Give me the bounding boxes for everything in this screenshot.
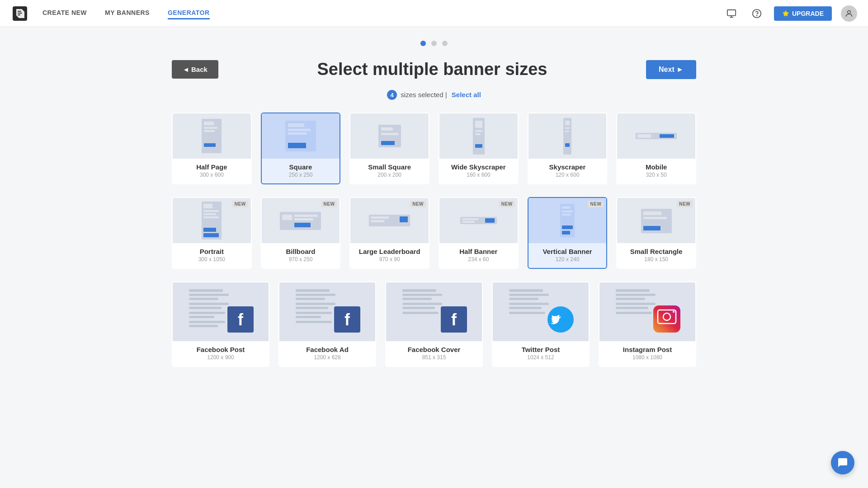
banner-card-portrait[interactable]: NEW Portrait 300 x 1050 — [172, 197, 252, 269]
upgrade-button[interactable]: UPGRADE — [774, 6, 832, 21]
svg-rect-60 — [562, 211, 573, 212]
svg-rect-73 — [189, 307, 222, 309]
banner-preview-half-page — [173, 113, 251, 159]
social-card-facebook-post[interactable]: f Facebook Post 1200 x 900 — [172, 282, 269, 367]
banner-preview-skyscraper — [528, 113, 607, 159]
svg-rect-55 — [462, 218, 478, 220]
svg-rect-94 — [402, 298, 432, 300]
next-button[interactable]: Next ► — [646, 60, 696, 79]
svg-rect-101 — [509, 289, 543, 292]
svg-rect-51 — [371, 216, 389, 219]
nav-links: CREATE NEW MY BANNERS GENERATOR — [42, 7, 210, 19]
svg-rect-92 — [402, 289, 436, 292]
banner-name-billboard: Billboard — [286, 248, 315, 255]
user-avatar[interactable] — [841, 5, 857, 22]
svg-rect-14 — [204, 130, 215, 132]
banner-preview-vertical-banner: NEW — [528, 198, 607, 243]
banner-card-mobile[interactable]: Mobile 320 x 50 — [616, 113, 696, 184]
chat-bubble-button[interactable] — [831, 451, 854, 474]
help-icon[interactable] — [749, 5, 765, 22]
social-grid: f Facebook Post 1200 x 900 — [172, 282, 696, 367]
back-button[interactable]: ◄ Back — [172, 60, 218, 79]
banner-card-large-leaderboard[interactable]: NEW Large Leaderboard 970 x 90 — [349, 197, 429, 269]
progress-dot-3[interactable] — [442, 41, 448, 46]
social-name-facebook-cover: Facebook Cover — [408, 346, 461, 353]
svg-rect-44 — [203, 233, 219, 237]
nav-my-banners[interactable]: MY BANNERS — [105, 7, 150, 19]
social-size-facebook-cover: 851 x 315 — [422, 354, 446, 361]
social-name-instagram-post: Instagram Post — [623, 346, 672, 353]
svg-rect-39 — [203, 204, 212, 208]
svg-rect-82 — [296, 294, 335, 296]
banner-card-skyscraper[interactable]: Skyscraper 120 x 600 — [528, 113, 608, 184]
progress-dot-1[interactable] — [420, 41, 426, 46]
banner-size-billboard: 970 x 250 — [289, 256, 313, 263]
svg-rect-4 — [727, 9, 736, 15]
social-size-facebook-ad: 1200 x 628 — [314, 354, 340, 361]
svg-rect-18 — [288, 129, 311, 131]
nav-generator[interactable]: GENERATOR — [168, 7, 210, 19]
logo[interactable] — [11, 5, 29, 23]
svg-rect-1 — [18, 11, 21, 12]
svg-rect-77 — [189, 325, 218, 327]
banner-name-half-banner: Half Banner — [459, 248, 497, 255]
banner-card-wide-skyscraper[interactable]: Wide Skyscraper 160 x 600 — [439, 113, 519, 184]
svg-rect-57 — [485, 218, 495, 223]
main-content: ◄ Back Select multiple banner sizes Next… — [163, 27, 705, 380]
banner-card-half-page[interactable]: Half Page 300 x 600 — [172, 113, 252, 184]
banner-size-wide-skyscraper: 160 x 600 — [467, 172, 491, 178]
banner-card-square[interactable]: Square 250 x 250 — [261, 113, 341, 184]
svg-text:f: f — [238, 310, 244, 329]
banner-card-billboard[interactable]: NEW Billboard 970 x 250 — [261, 197, 341, 269]
svg-rect-83 — [296, 298, 325, 300]
svg-rect-112 — [616, 303, 656, 305]
selection-divider: | — [445, 91, 449, 99]
progress-dot-2[interactable] — [431, 41, 437, 46]
svg-rect-28 — [475, 133, 481, 135]
messages-icon[interactable] — [723, 5, 740, 22]
svg-rect-41 — [203, 213, 216, 215]
svg-rect-84 — [296, 303, 335, 305]
new-badge-portrait: NEW — [232, 201, 248, 207]
social-name-facebook-ad: Facebook Ad — [306, 346, 349, 353]
social-card-twitter-post[interactable]: Twitter Post 1024 x 512 — [492, 282, 590, 367]
svg-rect-110 — [616, 294, 656, 296]
social-card-instagram-post[interactable]: Instagram Post 1080 x 1080 — [599, 282, 696, 367]
banner-name-portrait: Portrait — [200, 248, 224, 255]
social-card-facebook-cover[interactable]: f Facebook Cover 851 x 315 — [385, 282, 483, 367]
svg-rect-61 — [562, 214, 571, 216]
svg-rect-56 — [462, 221, 475, 223]
svg-rect-96 — [402, 307, 435, 309]
svg-rect-52 — [371, 220, 384, 222]
banner-preview-large-leaderboard: NEW — [350, 198, 429, 243]
svg-rect-71 — [189, 298, 218, 300]
banner-card-small-rectangle[interactable]: NEW Small Rectangle 180 x 150 — [616, 197, 696, 269]
banner-name-skyscraper: Skyscraper — [549, 163, 586, 171]
nav-create-new[interactable]: CREATE NEW — [42, 7, 87, 19]
svg-rect-88 — [296, 321, 332, 323]
svg-rect-31 — [565, 121, 570, 125]
social-preview-instagram-post — [599, 282, 695, 341]
banner-size-portrait: 300 x 1050 — [198, 256, 225, 263]
svg-rect-12 — [204, 122, 214, 125]
svg-rect-93 — [402, 294, 442, 296]
svg-rect-46 — [282, 215, 292, 220]
svg-rect-20 — [288, 143, 306, 148]
svg-rect-69 — [189, 289, 223, 292]
progress-dots — [172, 41, 696, 46]
banner-card-half-banner[interactable]: NEW Half Banner 234 x 60 — [439, 197, 519, 269]
banner-name-wide-skyscraper: Wide Skyscraper — [451, 163, 506, 171]
banner-preview-billboard: NEW — [262, 198, 340, 243]
svg-rect-23 — [381, 133, 398, 135]
banner-card-vertical-banner[interactable]: NEW Vertical Banner 120 x 240 — [528, 197, 608, 269]
svg-rect-65 — [643, 211, 661, 215]
banner-preview-portrait: NEW — [173, 198, 251, 243]
banner-card-small-square[interactable]: Small Square 200 x 200 — [349, 113, 429, 184]
banner-preview-small-square — [350, 113, 429, 159]
svg-rect-32 — [565, 127, 570, 129]
svg-point-8 — [757, 15, 757, 16]
select-all-link[interactable]: Select all — [452, 91, 481, 99]
page-title: Select multiple banner sizes — [317, 60, 547, 79]
new-badge-large-leaderboard: NEW — [410, 201, 426, 207]
social-card-facebook-ad[interactable]: f Facebook Ad 1200 x 628 — [278, 282, 376, 367]
